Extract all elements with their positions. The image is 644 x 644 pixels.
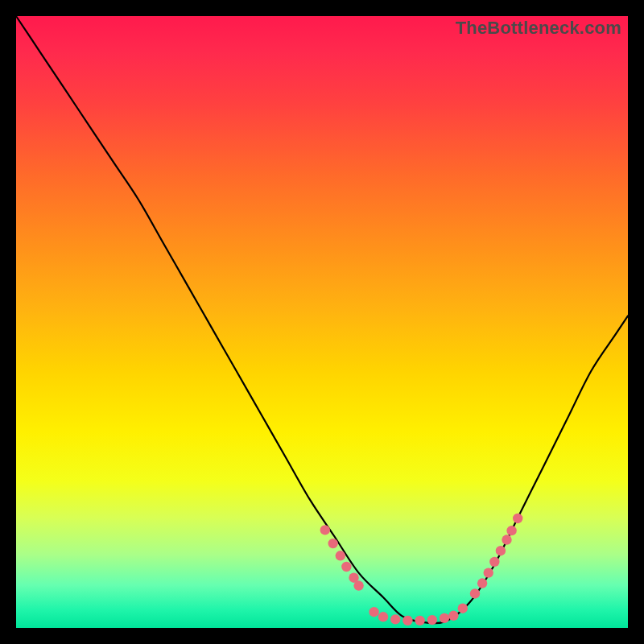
curve-dot (502, 535, 511, 544)
curve-dot (328, 539, 337, 548)
curve-dot (415, 616, 424, 625)
curve-dot (506, 526, 516, 535)
curve-dot (427, 615, 437, 625)
curve-dot (378, 612, 388, 621)
chart-svg (16, 16, 628, 628)
curve-dot (484, 568, 493, 577)
curve-dot (320, 525, 330, 535)
curve-dot (477, 578, 487, 588)
curve-dot (390, 614, 400, 624)
curve-dot (336, 551, 345, 560)
curve-dot (369, 607, 378, 617)
curve-dot (402, 616, 412, 625)
curve-dot (448, 611, 458, 621)
curve-dot (341, 562, 351, 572)
curve-dot (458, 603, 468, 613)
curve-dot (489, 557, 499, 567)
curve-dot (440, 613, 449, 623)
curve-dot (470, 588, 480, 598)
chart-frame: TheBottleneck.com (16, 16, 628, 628)
curve-dot (496, 546, 506, 555)
curve-dot (513, 514, 522, 523)
curve-dot (353, 580, 363, 590)
